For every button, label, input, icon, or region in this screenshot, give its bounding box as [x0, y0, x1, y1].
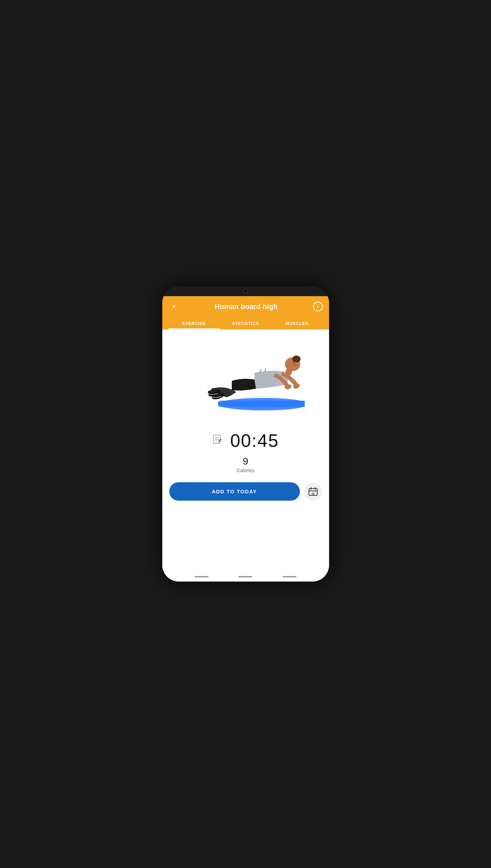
close-button[interactable]: ×: [169, 301, 180, 312]
nav-dot: [238, 576, 252, 577]
phone-device: × Human board high i EXERCISE STATISTICS…: [162, 286, 329, 582]
tab-exercise[interactable]: EXERCISE: [169, 317, 220, 329]
svg-rect-1: [218, 401, 305, 407]
header-top-row: × Human board high i: [169, 301, 323, 312]
navigation-bar: [162, 572, 329, 582]
calories-number: 9: [237, 456, 254, 467]
calendar-icon: 31: [308, 487, 318, 496]
bottom-actions: ADD TO TODAY 31: [162, 479, 329, 508]
exercise-illustration: [162, 329, 329, 427]
svg-text:31: 31: [311, 492, 314, 495]
svg-point-8: [293, 362, 294, 364]
calendar-button[interactable]: 31: [304, 483, 322, 501]
screen: × Human board high i EXERCISE STATISTICS…: [162, 296, 329, 582]
main-content: 00:45 9 Calories ADD TO TODAY 31: [162, 329, 329, 572]
notes-icon[interactable]: [212, 434, 223, 448]
calories-section: 9 Calories: [237, 454, 254, 479]
tab-muscles[interactable]: MUSCLES: [271, 317, 323, 329]
svg-point-6: [292, 356, 301, 362]
info-button[interactable]: i: [313, 302, 323, 311]
plank-figure-svg: [187, 340, 305, 416]
timer-display: 00:45: [230, 430, 279, 451]
nav-dot: [195, 576, 208, 577]
tab-bar: EXERCISE STATISTICS MUSCLES: [169, 317, 323, 329]
notch-area: [162, 286, 329, 296]
add-to-today-button[interactable]: ADD TO TODAY: [169, 482, 300, 501]
page-title: Human board high: [215, 303, 278, 311]
app-header: × Human board high i EXERCISE STATISTICS…: [162, 296, 329, 329]
tab-statistics[interactable]: STATISTICS: [220, 317, 271, 329]
timer-section: 00:45: [162, 427, 329, 454]
front-camera: [243, 289, 248, 294]
nav-dot: [283, 576, 296, 577]
calories-label: Calories: [237, 468, 254, 473]
